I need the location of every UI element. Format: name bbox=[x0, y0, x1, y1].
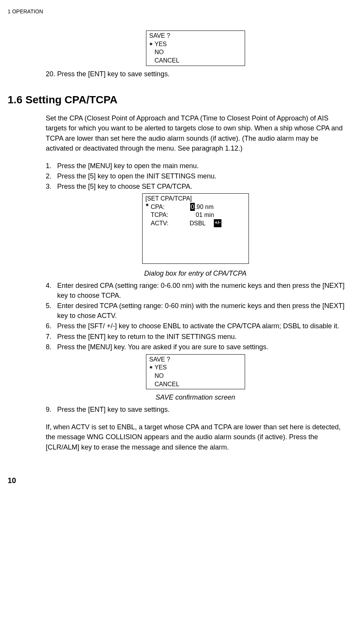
step-text: Enter desired CPA (setting range: 0-6.00… bbox=[57, 281, 345, 300]
save-cancel: CANCEL bbox=[155, 57, 180, 64]
plus-minus-icon: +/- bbox=[214, 219, 221, 228]
save-no: NO bbox=[155, 373, 164, 379]
save-cancel-row: CANCEL bbox=[149, 56, 242, 65]
tcpa-value: 01 min bbox=[181, 211, 216, 219]
cpa-label: CPA: bbox=[151, 203, 181, 211]
page-header: 1 OPERATION bbox=[8, 8, 345, 15]
list-item: 6.Press the [SFT/ +/-] key to choose ENB… bbox=[46, 321, 345, 331]
steps-list-a: 1.Press the [MENU] key to open the main … bbox=[46, 161, 345, 191]
steps-list-c: 9.Press the [ENT] key to save settings. bbox=[46, 405, 345, 414]
steps-list-b: 4.Enter desired CPA (setting range: 0-6.… bbox=[46, 281, 345, 352]
cpa-row: ✱ CPA: 0.90 nm bbox=[146, 203, 245, 211]
step-text: Press the [ENT] key to save settings. bbox=[57, 405, 345, 414]
caption-save: SAVE confirmation screen bbox=[46, 392, 345, 402]
save-yes-row: ✱YES bbox=[149, 363, 242, 372]
selection-marker-icon: ✱ bbox=[149, 365, 155, 370]
save-yes: YES bbox=[155, 364, 167, 371]
actv-row: ACTV: DSBL +/- bbox=[146, 219, 245, 228]
cpa-title: [SET CPA/TCPA] bbox=[146, 194, 245, 203]
step-text: Press the [5] key to choose SET CPA/TCPA… bbox=[57, 181, 345, 191]
save-no: NO bbox=[155, 49, 164, 55]
step-text: Press the [MENU] key. You are asked if y… bbox=[57, 342, 345, 352]
save-cancel: CANCEL bbox=[155, 381, 180, 387]
step-text: Press the [MENU] key to open the main me… bbox=[57, 161, 345, 171]
list-item: 9.Press the [ENT] key to save settings. bbox=[46, 405, 345, 414]
step-text: Press the [5] key to open the INIT SETTI… bbox=[57, 171, 345, 181]
list-item: 1.Press the [MENU] key to open the main … bbox=[46, 161, 345, 171]
outro-paragraph: If, when ACTV is set to ENBL, a target w… bbox=[46, 422, 345, 452]
selection-marker-icon: ✱ bbox=[149, 42, 155, 47]
set-cpa-tcpa-dialog: [SET CPA/TCPA] ✱ CPA: 0.90 nm TCPA: 01 m… bbox=[142, 193, 249, 264]
actv-value: DSBL bbox=[181, 219, 206, 228]
actv-label: ACTV: bbox=[151, 219, 181, 228]
caption-cpa: Dialog box for entry of CPA/TCPA bbox=[46, 268, 345, 278]
list-item: 2.Press the [5] key to open the INIT SET… bbox=[46, 171, 345, 181]
list-item: 4.Enter desired CPA (setting range: 0-6.… bbox=[46, 281, 345, 300]
save-dialog-2: SAVE ? ✱YES NO CANCEL bbox=[146, 354, 245, 389]
section-heading: 1.6 Setting CPA/TCPA bbox=[8, 92, 345, 108]
save-title: SAVE ? bbox=[149, 32, 242, 40]
selection-marker-icon: ✱ bbox=[146, 202, 151, 211]
intro-paragraph: Set the CPA (Closest Point of Approach a… bbox=[46, 113, 345, 153]
step-20: 20. Press the [ENT] key to save settings… bbox=[46, 69, 345, 79]
step-text: Enter desired TCPA (setting range: 0-60 … bbox=[57, 301, 345, 321]
list-item: 8.Press the [MENU] key. You are asked if… bbox=[46, 342, 345, 352]
cpa-value: 0.90 nm bbox=[181, 203, 216, 211]
page-number: 10 bbox=[8, 475, 345, 486]
tcpa-row: TCPA: 01 min bbox=[146, 211, 245, 219]
list-item: 3.Press the [5] key to choose SET CPA/TC… bbox=[46, 181, 345, 191]
step-text: Press the [ENT] key to return to the INI… bbox=[57, 332, 345, 342]
step-text: Press the [SFT/ +/-] key to choose ENBL … bbox=[57, 321, 345, 331]
save-no-row: NO bbox=[149, 48, 242, 56]
tcpa-label: TCPA: bbox=[151, 211, 181, 219]
save-dialog-1: SAVE ? ✱YES NO CANCEL bbox=[146, 31, 245, 66]
save-title: SAVE ? bbox=[149, 355, 242, 364]
save-yes: YES bbox=[155, 41, 167, 47]
save-no-row: NO bbox=[149, 372, 242, 380]
save-cancel-row: CANCEL bbox=[149, 380, 242, 389]
save-yes-row: ✱YES bbox=[149, 40, 242, 48]
cursor-digit: 0 bbox=[190, 203, 195, 211]
list-item: 7.Press the [ENT] key to return to the I… bbox=[46, 332, 345, 342]
list-item: 5.Enter desired TCPA (setting range: 0-6… bbox=[46, 301, 345, 321]
